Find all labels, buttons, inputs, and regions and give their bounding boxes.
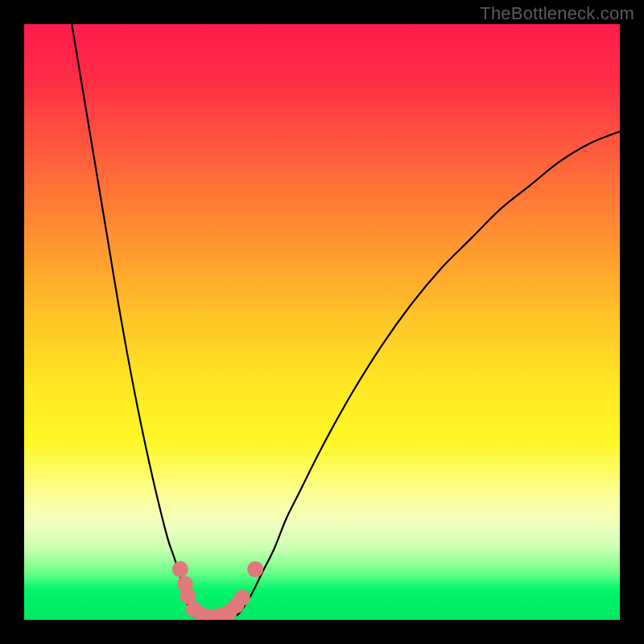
valley-marker: [234, 590, 250, 606]
plot-area: [24, 24, 620, 620]
chart-frame: TheBottleneck.com: [0, 0, 644, 644]
curve-layer: [24, 24, 620, 620]
valley-marker: [247, 561, 263, 577]
watermark-text: TheBottleneck.com: [480, 3, 634, 24]
bottleneck-curve: [72, 24, 620, 618]
valley-marker: [172, 561, 188, 577]
